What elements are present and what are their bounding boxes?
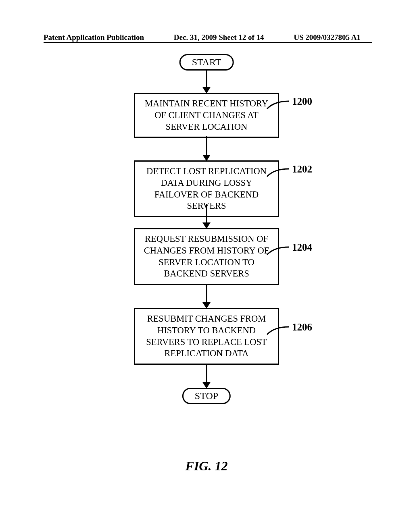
step-request-resubmission: REQUEST RESUBMISSION OF CHANGES FROM HIS…	[134, 228, 279, 285]
arrow-step2-step3	[202, 204, 211, 229]
ref-connector-1202	[266, 168, 290, 178]
page-header: Patent Application Publication Dec. 31, …	[0, 33, 413, 42]
ref-connector-1206	[266, 326, 290, 336]
arrow-step3-step4	[202, 284, 211, 309]
arrow-step4-stop	[202, 364, 211, 389]
start-terminal: START	[179, 54, 234, 71]
header-date-sheet: Dec. 31, 2009 Sheet 12 of 14	[174, 33, 264, 42]
step-maintain-history: MAINTAIN RECENT HISTORY OF CLIENT CHANGE…	[134, 93, 279, 138]
ref-connector-1204	[266, 246, 290, 256]
figure-caption: FIG. 12	[186, 459, 228, 474]
ref-label-1204: 1204	[292, 242, 312, 253]
ref-label-1200: 1200	[292, 96, 312, 107]
arrow-step1-step2	[202, 136, 211, 161]
stop-terminal: STOP	[182, 388, 231, 404]
header-publication: Patent Application Publication	[44, 33, 144, 42]
ref-label-1206: 1206	[292, 322, 312, 333]
header-pubnumber: US 2009/0327805 A1	[294, 33, 361, 42]
ref-connector-1200	[266, 100, 290, 110]
ref-label-1202: 1202	[292, 164, 312, 175]
step-resubmit-changes: RESUBMIT CHANGES FROM HISTORY TO BACKEND…	[134, 308, 279, 365]
arrow-start-step1	[202, 70, 211, 94]
header-rule	[44, 42, 372, 43]
